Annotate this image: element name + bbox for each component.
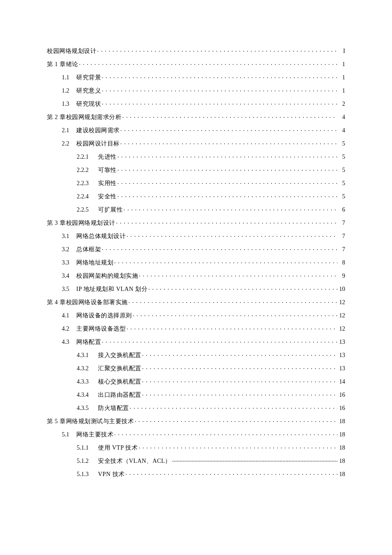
toc-entry-title: 实用性 <box>98 180 117 186</box>
toc-entry-title: 网络总体规划设计 <box>76 233 126 239</box>
toc-leader-dots <box>118 192 338 198</box>
toc-entry-number: 2.2.5 <box>77 207 98 213</box>
toc-entry: 2.2.1先进性5 <box>47 153 345 166</box>
toc-entry-page: 5 <box>338 180 345 186</box>
toc-entry-title: 可靠性 <box>98 167 117 173</box>
toc-leader-dots <box>142 364 338 370</box>
toc-entry-page: 6 <box>338 207 345 213</box>
toc-leader-dots <box>118 153 338 159</box>
toc-entry-title: 第 1 章绪论 <box>47 61 78 67</box>
toc-entry: 5.1.3VPN 技术18 <box>47 470 345 483</box>
toc-entry-number: 4.3.4 <box>77 392 98 398</box>
toc-entry: 第 3 章校园网络规划设计7 <box>47 219 345 232</box>
toc-entry-page: 13 <box>338 366 345 372</box>
toc-entry-title: 校园网架构的规划实施 <box>76 273 138 279</box>
toc-entry-title: 防火墙配置 <box>98 405 129 411</box>
toc-entry-title: 网络配置 <box>76 339 101 345</box>
toc-entry: 4.3.2汇聚交换机配置13 <box>47 364 345 378</box>
toc-leader-dots <box>138 444 337 450</box>
toc-entry: 4.2主要网络设备选型12 <box>47 325 345 338</box>
toc-entry-page: 8 <box>338 260 345 266</box>
toc-entry-page: 1 <box>338 75 345 81</box>
toc-leader-dots <box>79 60 338 66</box>
toc-entry-title: 可扩展性 <box>98 207 123 213</box>
toc-entry-number: 2.2.2 <box>77 167 98 173</box>
toc-entry-page: 5 <box>338 154 345 160</box>
toc-leader-dots <box>172 457 337 463</box>
toc-entry-title: IP 地址规划和 VLAN 划分 <box>76 286 147 292</box>
toc-leader-dots <box>130 404 338 410</box>
toc-entry: 5.1.2安全技术（VLAN、ACL）18 <box>47 457 345 470</box>
toc-entry-number: 5.1 <box>62 432 76 438</box>
toc-leader-dots <box>102 245 337 251</box>
toc-entry-title: 网络地址规划 <box>76 260 113 266</box>
toc-entry: 1.1研究背景1 <box>47 73 345 87</box>
toc-entry-number: 1.2 <box>62 88 76 94</box>
toc-entry-title: 校园网设计目标 <box>76 141 120 147</box>
toc-entry-page: 12 <box>338 326 345 332</box>
toc-entry-number: 2.2.1 <box>77 154 98 160</box>
table-of-contents: 校园网络规划设计I第 1 章绪论11.1研究背景11.2研究意义11.3研究现状… <box>47 47 345 483</box>
toc-leader-dots <box>102 100 337 106</box>
toc-entry-page: 18 <box>338 458 345 464</box>
toc-entry: 4.3.1接入交换机配置13 <box>47 351 345 364</box>
toc-leader-dots <box>127 232 337 238</box>
toc-entry-title: 安全性 <box>98 194 117 200</box>
toc-entry-title: 第 2 章校园网规划需求分析 <box>47 114 121 120</box>
toc-entry-number: 5.1.1 <box>77 445 98 451</box>
toc-entry: 3.2总体框架7 <box>47 245 345 259</box>
toc-entry: 第 4 章校园网络设备部署实施12 <box>47 298 345 311</box>
toc-entry-number: 4.3.2 <box>77 366 98 372</box>
toc-leader-dots <box>102 338 337 344</box>
document-page: 校园网络规划设计I第 1 章绪论11.1研究背景11.2研究意义11.3研究现状… <box>0 0 392 555</box>
toc-entry: 3.3网络地址规划8 <box>47 259 345 272</box>
toc-entry-page: 4 <box>338 114 345 120</box>
toc-entry: 第 5 章网络规划测试与主要技术18 <box>47 417 345 430</box>
toc-entry-title: 总体框架 <box>76 247 101 253</box>
toc-entry-title: 主要网络设备选型 <box>76 326 126 332</box>
toc-entry: 第 2 章校园网规划需求分析4 <box>47 113 345 126</box>
toc-entry-title: 核心交换机配置 <box>98 379 141 385</box>
toc-entry-title: 网络主要技术 <box>76 432 113 438</box>
toc-entry: 2.2校园网设计目标5 <box>47 139 345 153</box>
toc-entry: 2.2.4安全性5 <box>47 192 345 206</box>
toc-entry-title: 研究意义 <box>76 88 101 94</box>
toc-entry: 5.1网络主要技术18 <box>47 430 345 444</box>
toc-entry-title: 使用 VTP 技术 <box>98 445 138 451</box>
toc-entry-title: 第 5 章网络规划测试与主要技术 <box>47 418 134 424</box>
toc-entry-title: 接入交换机配置 <box>98 352 141 358</box>
toc-leader-dots <box>142 378 338 384</box>
toc-entry: 校园网络规划设计I <box>47 47 345 60</box>
toc-entry-title: 先进性 <box>98 154 117 160</box>
toc-entry-number: 4.3.1 <box>77 352 98 358</box>
toc-entry-title: 汇聚交换机配置 <box>98 366 141 372</box>
toc-entry-title: 研究背景 <box>76 75 101 81</box>
toc-entry-page: 5 <box>338 194 345 200</box>
toc-entry-title: 校园网络规划设计 <box>47 48 96 54</box>
toc-entry-page: 1 <box>338 61 345 67</box>
toc-leader-dots <box>142 351 338 357</box>
toc-leader-dots <box>118 179 338 185</box>
toc-leader-dots <box>122 113 337 119</box>
toc-entry: 4.1网络设备的选择原则12 <box>47 311 345 325</box>
toc-entry-page: 7 <box>338 220 345 226</box>
toc-leader-dots <box>116 219 338 225</box>
toc-entry-page: 5 <box>338 167 345 173</box>
toc-entry-number: 2.2 <box>62 141 76 147</box>
toc-entry: 4.3网络配置13 <box>47 338 345 351</box>
toc-entry: 5.1.1使用 VTP 技术18 <box>47 444 345 457</box>
toc-entry-page: 18 <box>338 471 345 477</box>
toc-entry-page: 12 <box>338 299 345 305</box>
toc-entry-number: 2.1 <box>62 128 76 134</box>
toc-entry-page: 12 <box>338 313 345 319</box>
toc-entry-number: 3.2 <box>62 247 76 253</box>
toc-entry: 4.3.4出口路由器配置16 <box>47 391 345 404</box>
toc-entry-page: 5 <box>338 141 345 147</box>
toc-leader-dots <box>121 139 338 145</box>
toc-leader-dots <box>114 430 337 436</box>
toc-leader-dots <box>97 47 337 53</box>
toc-leader-dots <box>124 206 337 212</box>
toc-entry-number: 5.1.2 <box>77 458 98 464</box>
toc-entry: 2.2.3实用性5 <box>47 179 345 192</box>
toc-entry-page: 13 <box>338 339 345 345</box>
